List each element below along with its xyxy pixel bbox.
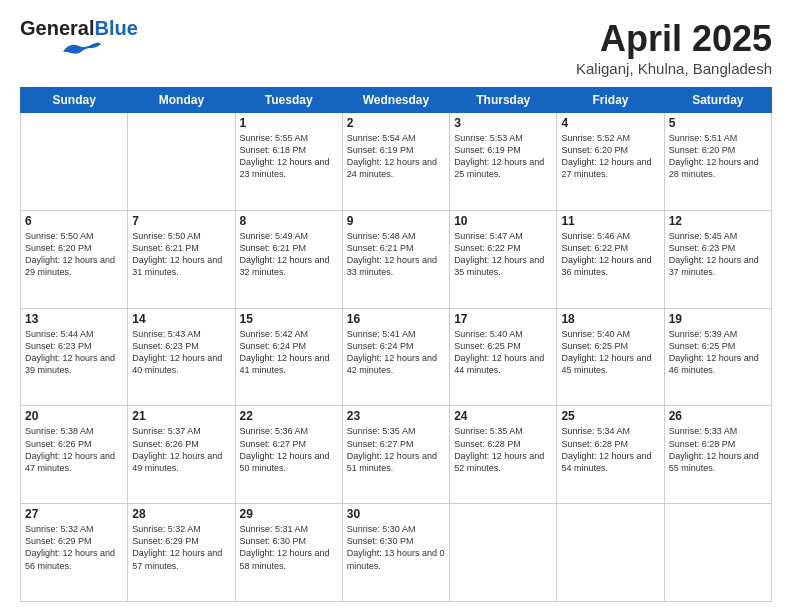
- day-number: 12: [669, 214, 767, 228]
- calendar-cell: 13Sunrise: 5:44 AM Sunset: 6:23 PM Dayli…: [21, 308, 128, 406]
- calendar-cell: 8Sunrise: 5:49 AM Sunset: 6:21 PM Daylig…: [235, 210, 342, 308]
- day-number: 22: [240, 409, 338, 423]
- day-info: Sunrise: 5:50 AM Sunset: 6:21 PM Dayligh…: [132, 230, 230, 279]
- logo-image: GeneralBlue: [20, 18, 138, 60]
- calendar-cell: 7Sunrise: 5:50 AM Sunset: 6:21 PM Daylig…: [128, 210, 235, 308]
- calendar-cell: 6Sunrise: 5:50 AM Sunset: 6:20 PM Daylig…: [21, 210, 128, 308]
- day-info: Sunrise: 5:32 AM Sunset: 6:29 PM Dayligh…: [25, 523, 123, 572]
- calendar-cell: 17Sunrise: 5:40 AM Sunset: 6:25 PM Dayli…: [450, 308, 557, 406]
- calendar-cell: 25Sunrise: 5:34 AM Sunset: 6:28 PM Dayli…: [557, 406, 664, 504]
- day-info: Sunrise: 5:41 AM Sunset: 6:24 PM Dayligh…: [347, 328, 445, 377]
- day-number: 6: [25, 214, 123, 228]
- title-block: April 2025 Kaliganj, Khulna, Bangladesh: [576, 18, 772, 77]
- calendar-cell: 15Sunrise: 5:42 AM Sunset: 6:24 PM Dayli…: [235, 308, 342, 406]
- day-number: 9: [347, 214, 445, 228]
- day-number: 28: [132, 507, 230, 521]
- calendar-cell: 2Sunrise: 5:54 AM Sunset: 6:19 PM Daylig…: [342, 113, 449, 211]
- calendar-cell: 29Sunrise: 5:31 AM Sunset: 6:30 PM Dayli…: [235, 504, 342, 602]
- calendar-cell: 19Sunrise: 5:39 AM Sunset: 6:25 PM Dayli…: [664, 308, 771, 406]
- calendar-cell: 20Sunrise: 5:38 AM Sunset: 6:26 PM Dayli…: [21, 406, 128, 504]
- day-number: 1: [240, 116, 338, 130]
- day-number: 25: [561, 409, 659, 423]
- calendar-cell: [128, 113, 235, 211]
- day-header-thursday: Thursday: [450, 88, 557, 113]
- calendar-cell: [450, 504, 557, 602]
- day-info: Sunrise: 5:31 AM Sunset: 6:30 PM Dayligh…: [240, 523, 338, 572]
- calendar-cell: 10Sunrise: 5:47 AM Sunset: 6:22 PM Dayli…: [450, 210, 557, 308]
- day-info: Sunrise: 5:44 AM Sunset: 6:23 PM Dayligh…: [25, 328, 123, 377]
- day-number: 18: [561, 312, 659, 326]
- day-info: Sunrise: 5:34 AM Sunset: 6:28 PM Dayligh…: [561, 425, 659, 474]
- day-number: 26: [669, 409, 767, 423]
- logo-bird: [55, 40, 103, 60]
- day-info: Sunrise: 5:42 AM Sunset: 6:24 PM Dayligh…: [240, 328, 338, 377]
- day-number: 7: [132, 214, 230, 228]
- logo-blue: Blue: [94, 17, 137, 39]
- calendar-cell: 28Sunrise: 5:32 AM Sunset: 6:29 PM Dayli…: [128, 504, 235, 602]
- calendar-week-4: 20Sunrise: 5:38 AM Sunset: 6:26 PM Dayli…: [21, 406, 772, 504]
- calendar-cell: 3Sunrise: 5:53 AM Sunset: 6:19 PM Daylig…: [450, 113, 557, 211]
- day-number: 11: [561, 214, 659, 228]
- calendar-cell: [557, 504, 664, 602]
- day-header-friday: Friday: [557, 88, 664, 113]
- calendar-cell: 21Sunrise: 5:37 AM Sunset: 6:26 PM Dayli…: [128, 406, 235, 504]
- day-number: 14: [132, 312, 230, 326]
- calendar-cell: 23Sunrise: 5:35 AM Sunset: 6:27 PM Dayli…: [342, 406, 449, 504]
- calendar-cell: 24Sunrise: 5:35 AM Sunset: 6:28 PM Dayli…: [450, 406, 557, 504]
- calendar-week-1: 1Sunrise: 5:55 AM Sunset: 6:18 PM Daylig…: [21, 113, 772, 211]
- day-number: 2: [347, 116, 445, 130]
- day-header-monday: Monday: [128, 88, 235, 113]
- calendar-cell: 14Sunrise: 5:43 AM Sunset: 6:23 PM Dayli…: [128, 308, 235, 406]
- day-info: Sunrise: 5:55 AM Sunset: 6:18 PM Dayligh…: [240, 132, 338, 181]
- calendar-week-2: 6Sunrise: 5:50 AM Sunset: 6:20 PM Daylig…: [21, 210, 772, 308]
- day-info: Sunrise: 5:49 AM Sunset: 6:21 PM Dayligh…: [240, 230, 338, 279]
- calendar-week-5: 27Sunrise: 5:32 AM Sunset: 6:29 PM Dayli…: [21, 504, 772, 602]
- day-number: 29: [240, 507, 338, 521]
- day-info: Sunrise: 5:51 AM Sunset: 6:20 PM Dayligh…: [669, 132, 767, 181]
- day-number: 3: [454, 116, 552, 130]
- day-info: Sunrise: 5:50 AM Sunset: 6:20 PM Dayligh…: [25, 230, 123, 279]
- subtitle: Kaliganj, Khulna, Bangladesh: [576, 60, 772, 77]
- logo-text: GeneralBlue: [20, 18, 138, 38]
- day-number: 16: [347, 312, 445, 326]
- day-number: 13: [25, 312, 123, 326]
- calendar-table: SundayMondayTuesdayWednesdayThursdayFrid…: [20, 87, 772, 602]
- day-info: Sunrise: 5:33 AM Sunset: 6:28 PM Dayligh…: [669, 425, 767, 474]
- day-info: Sunrise: 5:52 AM Sunset: 6:20 PM Dayligh…: [561, 132, 659, 181]
- day-info: Sunrise: 5:36 AM Sunset: 6:27 PM Dayligh…: [240, 425, 338, 474]
- calendar-cell: 26Sunrise: 5:33 AM Sunset: 6:28 PM Dayli…: [664, 406, 771, 504]
- day-header-sunday: Sunday: [21, 88, 128, 113]
- day-number: 30: [347, 507, 445, 521]
- day-number: 5: [669, 116, 767, 130]
- calendar-cell: 5Sunrise: 5:51 AM Sunset: 6:20 PM Daylig…: [664, 113, 771, 211]
- main-title: April 2025: [576, 18, 772, 60]
- day-info: Sunrise: 5:37 AM Sunset: 6:26 PM Dayligh…: [132, 425, 230, 474]
- header: GeneralBlue April 2025 Kaliganj, Khulna,…: [20, 18, 772, 77]
- day-info: Sunrise: 5:54 AM Sunset: 6:19 PM Dayligh…: [347, 132, 445, 181]
- day-info: Sunrise: 5:47 AM Sunset: 6:22 PM Dayligh…: [454, 230, 552, 279]
- calendar-cell: 4Sunrise: 5:52 AM Sunset: 6:20 PM Daylig…: [557, 113, 664, 211]
- day-info: Sunrise: 5:35 AM Sunset: 6:28 PM Dayligh…: [454, 425, 552, 474]
- day-number: 15: [240, 312, 338, 326]
- day-number: 27: [25, 507, 123, 521]
- calendar-cell: 30Sunrise: 5:30 AM Sunset: 6:30 PM Dayli…: [342, 504, 449, 602]
- day-info: Sunrise: 5:38 AM Sunset: 6:26 PM Dayligh…: [25, 425, 123, 474]
- calendar-cell: 16Sunrise: 5:41 AM Sunset: 6:24 PM Dayli…: [342, 308, 449, 406]
- day-number: 8: [240, 214, 338, 228]
- logo: GeneralBlue: [20, 18, 138, 60]
- day-number: 24: [454, 409, 552, 423]
- calendar-cell: 18Sunrise: 5:40 AM Sunset: 6:25 PM Dayli…: [557, 308, 664, 406]
- day-header-saturday: Saturday: [664, 88, 771, 113]
- day-info: Sunrise: 5:53 AM Sunset: 6:19 PM Dayligh…: [454, 132, 552, 181]
- day-number: 23: [347, 409, 445, 423]
- day-info: Sunrise: 5:39 AM Sunset: 6:25 PM Dayligh…: [669, 328, 767, 377]
- day-info: Sunrise: 5:30 AM Sunset: 6:30 PM Dayligh…: [347, 523, 445, 572]
- calendar-cell: 12Sunrise: 5:45 AM Sunset: 6:23 PM Dayli…: [664, 210, 771, 308]
- day-info: Sunrise: 5:40 AM Sunset: 6:25 PM Dayligh…: [561, 328, 659, 377]
- day-header-tuesday: Tuesday: [235, 88, 342, 113]
- day-info: Sunrise: 5:48 AM Sunset: 6:21 PM Dayligh…: [347, 230, 445, 279]
- day-number: 21: [132, 409, 230, 423]
- logo-general: General: [20, 17, 94, 39]
- day-header-wednesday: Wednesday: [342, 88, 449, 113]
- calendar-cell: [21, 113, 128, 211]
